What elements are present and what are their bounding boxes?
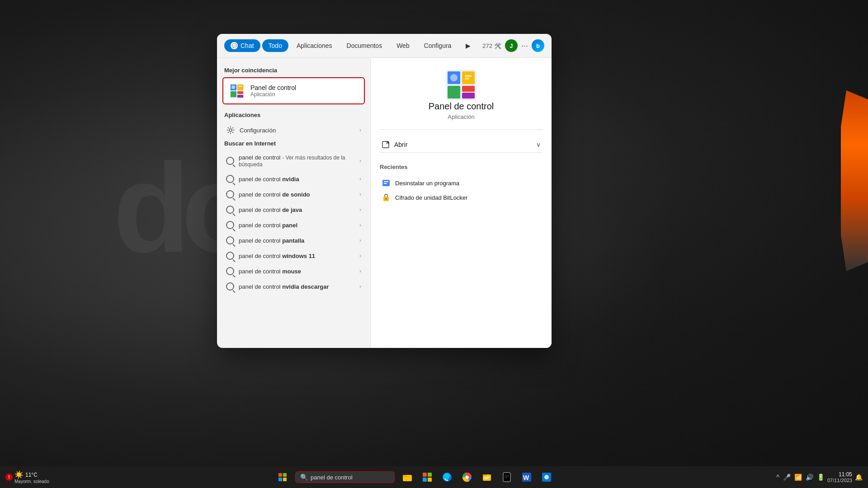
nav-todo-button[interactable]: Todo	[262, 39, 288, 52]
search-icon-7	[226, 267, 234, 275]
control-panel-large-icon	[445, 69, 477, 101]
best-match-item[interactable]: Panel de control Aplicación	[222, 77, 365, 104]
chevron-right-icon-2: ›	[359, 191, 361, 197]
taskbar-left: ! ☀️ 11°C Mayorm. soleado	[5, 470, 53, 484]
mic-icon[interactable]: 🎤	[783, 474, 791, 481]
svg-rect-27	[283, 478, 287, 481]
taskbar-chrome-button[interactable]	[458, 469, 476, 485]
notification-icon[interactable]: 🔔	[855, 474, 863, 481]
search-item-2[interactable]: panel de control de sonido ›	[219, 187, 368, 202]
svg-rect-16	[465, 75, 472, 77]
uninstall-icon	[382, 178, 391, 188]
nav-chat-label: Chat	[241, 42, 254, 49]
chevron-right-icon-1: ›	[359, 176, 361, 182]
search-item-4[interactable]: panel de control panel ›	[219, 217, 368, 233]
svg-point-8	[229, 129, 232, 131]
nav-docs-label: Documentos	[347, 42, 382, 49]
expand-icon: ∨	[536, 141, 541, 148]
tools-icon: 🛠️	[494, 42, 501, 49]
svg-rect-41	[484, 478, 488, 479]
taskbar-search-icon: 🔍	[300, 474, 308, 481]
search-item-text-1: panel de control nvidia	[239, 176, 355, 183]
svg-rect-17	[465, 78, 469, 80]
nav-settings-button[interactable]: Configura	[418, 39, 458, 52]
nav-play-button[interactable]: ▶	[459, 39, 477, 52]
weather-desc: Mayorm. soleado	[14, 479, 49, 484]
taskbar-edge-button[interactable]	[438, 469, 456, 485]
battery-icon[interactable]: 🔋	[817, 474, 825, 481]
svg-rect-7	[239, 86, 242, 87]
svg-rect-26	[278, 478, 282, 481]
right-divider	[380, 129, 542, 130]
search-item-text-7: panel de control mouse	[239, 268, 355, 275]
bing-icon[interactable]: b	[532, 39, 544, 52]
recent-item-text-1: Cifrado de unidad BitLocker	[395, 194, 467, 201]
recientes-title: Recientes	[380, 164, 542, 170]
nav-settings-label: Configura	[424, 42, 452, 49]
svg-rect-4	[237, 91, 243, 94]
configuracion-label: Configuración	[240, 127, 355, 134]
best-match-title: Mejor coincidencia	[217, 65, 370, 77]
svg-point-50	[544, 475, 549, 479]
clock-time: 11:05	[839, 471, 852, 478]
more-options-button[interactable]: ···	[521, 41, 528, 51]
search-item-5[interactable]: panel de control pantalla ›	[219, 233, 368, 248]
svg-rect-20	[384, 181, 388, 182]
svg-rect-11	[448, 86, 460, 99]
taskbar-files-button[interactable]	[478, 469, 496, 485]
taskbar-notepad-button[interactable]	[498, 469, 516, 485]
search-item-0[interactable]: panel de control - Ver más resultados de…	[219, 150, 368, 171]
nav-docs-button[interactable]: Documentos	[340, 39, 389, 52]
svg-rect-45	[505, 476, 509, 477]
recent-item-1[interactable]: Cifrado de unidad BitLocker	[380, 190, 542, 205]
taskbar-search-bar[interactable]: 🔍 panel de control	[295, 471, 395, 483]
svg-rect-2	[231, 91, 236, 97]
svg-rect-30	[423, 473, 427, 477]
chevron-up-icon[interactable]: ^	[776, 474, 779, 481]
search-item-text-4: panel de control panel	[239, 222, 355, 229]
right-panel: Panel de control Aplicación Abrir ∨ Reci…	[371, 58, 552, 348]
svg-rect-29	[403, 475, 406, 477]
wifi-icon[interactable]: 📶	[794, 474, 802, 481]
search-icon-8	[226, 282, 234, 291]
search-item-7[interactable]: panel de control mouse ›	[219, 263, 368, 279]
search-item-text-0: panel de control - Ver más resultados de…	[239, 154, 355, 168]
svg-rect-40	[484, 477, 490, 478]
configuracion-item[interactable]: Configuración ›	[219, 122, 368, 138]
right-app-type: Aplicación	[448, 113, 474, 120]
chevron-right-icon-8: ›	[359, 283, 361, 290]
taskbar-word-button[interactable]: W	[518, 469, 536, 485]
taskbar-app-button[interactable]	[538, 469, 556, 485]
nav-web-button[interactable]: Web	[390, 39, 416, 52]
search-item-3[interactable]: panel de control de java ›	[219, 202, 368, 217]
nav-apps-label: Aplicaciones	[297, 42, 332, 49]
bitlocker-icon	[382, 193, 391, 202]
search-item-8[interactable]: panel de control nvidia descargar ›	[219, 279, 368, 294]
taskbar-store-button[interactable]	[418, 469, 436, 485]
svg-rect-14	[462, 93, 475, 99]
clock-widget[interactable]: 11:05 07/11/2023	[827, 471, 852, 483]
svg-rect-46	[505, 478, 508, 479]
windows-start-button[interactable]	[274, 469, 292, 485]
gear-icon	[226, 126, 235, 135]
recent-item-0[interactable]: Desinstalar un programa	[380, 176, 542, 190]
taskbar: ! ☀️ 11°C Mayorm. soleado 🔍 panel de	[0, 466, 868, 488]
svg-rect-31	[428, 473, 432, 477]
nav-apps-button[interactable]: Aplicaciones	[290, 39, 339, 52]
open-action[interactable]: Abrir ∨	[380, 137, 542, 152]
taskbar-explorer-button[interactable]	[398, 469, 416, 485]
taskbar-right: ^ 🎤 📶 🔊 🔋 11:05 07/11/2023 🔔	[776, 471, 863, 483]
chat-icon: 💬	[231, 42, 238, 49]
search-item-6[interactable]: panel de control windows 11 ›	[219, 248, 368, 263]
popup-content: Mejor coincidencia Panel de c	[217, 58, 552, 348]
user-avatar[interactable]: J	[505, 39, 518, 52]
best-match-name: Panel de control	[250, 84, 296, 91]
nav-chat-button[interactable]: 💬 Chat	[224, 39, 260, 52]
search-item-1[interactable]: panel de control nvidia ›	[219, 171, 368, 187]
chevron-right-icon: ›	[359, 127, 361, 133]
search-item-text-3: panel de control de java	[239, 206, 355, 213]
volume-icon[interactable]: 🔊	[806, 474, 813, 481]
left-panel: Mejor coincidencia Panel de c	[217, 58, 371, 348]
search-icon-3	[226, 206, 234, 214]
svg-rect-24	[278, 473, 282, 477]
